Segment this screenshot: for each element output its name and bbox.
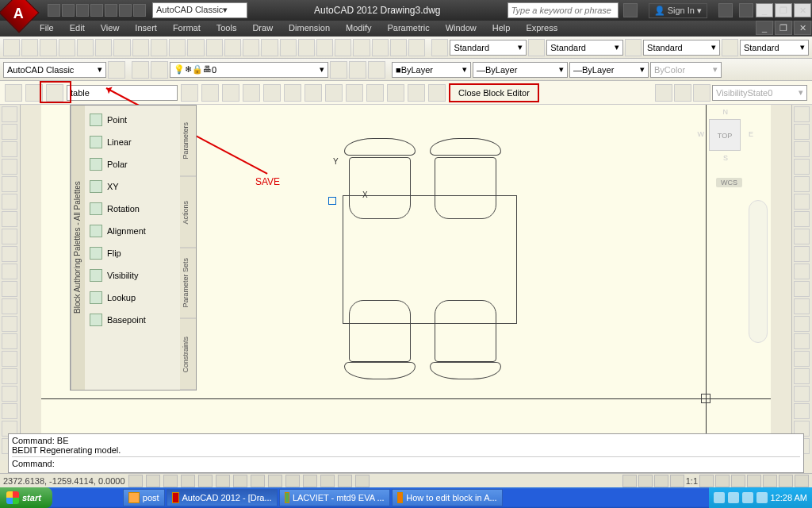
maximize-button[interactable]: ❐: [775, 3, 792, 17]
copy-icon[interactable]: [132, 39, 149, 56]
mirror-icon[interactable]: [794, 141, 810, 157]
quickview-layouts[interactable]: [638, 475, 653, 487]
circle-icon[interactable]: [2, 211, 17, 227]
tab-constraints[interactable]: Constraints: [180, 319, 196, 391]
menu-draw[interactable]: Draw: [244, 21, 281, 37]
menu-insert[interactable]: Insert: [127, 21, 165, 37]
hatch-icon[interactable]: [2, 351, 17, 367]
be-constraintbar-icon[interactable]: [243, 84, 260, 102]
wcs-badge[interactable]: WCS: [716, 178, 742, 187]
clock[interactable]: 12:28 AM: [771, 493, 807, 502]
layermatch-icon[interactable]: [330, 61, 347, 79]
visibility-combo[interactable]: VisibilityState0▾: [712, 85, 807, 101]
vis-mode-icon[interactable]: [655, 84, 672, 102]
drawing-canvas[interactable]: SAVE Block Authoring Palettes - All Pale…: [41, 105, 771, 460]
tab-paramsets[interactable]: Parameter Sets: [180, 248, 196, 319]
plotstyle-combo[interactable]: ByColor▾: [650, 62, 722, 78]
chamfer-icon[interactable]: [794, 333, 810, 349]
signin-button[interactable]: 👤 Sign In ▾: [649, 3, 707, 18]
menu-parametric[interactable]: Parametric: [379, 21, 437, 37]
menu-window[interactable]: Window: [438, 21, 485, 37]
3dosnap-toggle[interactable]: [216, 475, 230, 487]
polygon-icon[interactable]: [2, 159, 17, 175]
qat-save-icon[interactable]: [76, 4, 89, 17]
viewcube-n[interactable]: N: [723, 108, 729, 116]
color-combo[interactable]: ■ ByLayer▾: [392, 62, 471, 78]
ann-scale-icon[interactable]: [670, 475, 684, 487]
sheetset-icon[interactable]: [372, 39, 389, 56]
task-lacviet[interactable]: LACVIET - mtd9 EVA ...: [279, 489, 390, 506]
ql-ie-icon[interactable]: [53, 490, 69, 506]
ortho-toggle[interactable]: [163, 475, 178, 487]
save-icon[interactable]: [40, 39, 56, 56]
designcenter-icon[interactable]: [335, 39, 351, 56]
offset-icon[interactable]: [794, 159, 810, 175]
draworder-icon[interactable]: [794, 386, 810, 402]
tray-icon-4[interactable]: [756, 492, 768, 503]
viewcube[interactable]: TOP: [709, 119, 741, 151]
be-showconstraints-icon[interactable]: [222, 84, 239, 102]
cleanscreen-icon[interactable]: [795, 475, 809, 487]
pal-visibility[interactable]: Visibility: [85, 264, 180, 287]
textstyle-combo[interactable]: Standard▾: [450, 40, 527, 56]
paste-icon[interactable]: [151, 39, 167, 56]
polar-toggle[interactable]: [181, 475, 195, 487]
pal-rotation[interactable]: Rotation: [85, 198, 180, 220]
dimstyle-icon[interactable]: [528, 39, 545, 56]
table-icon[interactable]: [2, 403, 17, 419]
menu-file[interactable]: File: [32, 21, 62, 37]
qat-saveas-icon[interactable]: [90, 4, 103, 17]
ellipse-icon[interactable]: [2, 264, 17, 279]
workspace2-combo[interactable]: AutoCAD Classic▾: [3, 62, 106, 78]
help-icon[interactable]: [739, 3, 753, 17]
layerstates-icon[interactable]: [151, 61, 168, 79]
viewcube-e[interactable]: E: [749, 130, 753, 138]
be-action-icon[interactable]: [325, 84, 343, 102]
be-parameter-icon[interactable]: [304, 84, 322, 102]
copy-obj-icon[interactable]: [794, 124, 810, 140]
viewcube-s[interactable]: S: [723, 154, 728, 162]
arc-icon[interactable]: [2, 194, 17, 210]
task-autocad[interactable]: AutoCAD 2012 - [Dra...: [167, 489, 278, 506]
am-toggle[interactable]: [355, 475, 370, 487]
annotation-scale[interactable]: 1:1: [686, 476, 698, 486]
point-icon[interactable]: [2, 333, 17, 349]
explode-icon[interactable]: [794, 368, 810, 384]
dyn-toggle[interactable]: [268, 475, 282, 487]
model-button[interactable]: [622, 475, 637, 487]
layer-combo[interactable]: 💡❄🔒🖶 0▾: [170, 62, 328, 78]
doc-close-button[interactable]: ✕: [794, 21, 811, 35]
pal-xy[interactable]: XY: [85, 175, 180, 198]
lwt-toggle[interactable]: [285, 475, 300, 487]
be-fx-icon[interactable]: [408, 84, 425, 102]
rectangle-icon[interactable]: [2, 176, 17, 192]
be-saveas-icon[interactable]: [46, 84, 63, 102]
pal-flip[interactable]: Flip: [85, 242, 180, 264]
start-button[interactable]: start: [0, 487, 52, 508]
ws-settings-icon[interactable]: [108, 61, 125, 79]
matchprop-icon[interactable]: [169, 39, 186, 56]
block-icon[interactable]: [2, 316, 17, 332]
grid-toggle[interactable]: [146, 475, 160, 487]
block-authoring-palette[interactable]: Block Authoring Palettes - All Palettes …: [70, 105, 197, 391]
publish-icon[interactable]: [95, 39, 112, 56]
be-paramman-icon[interactable]: [387, 84, 404, 102]
mleaderstyle-icon[interactable]: [722, 39, 738, 56]
pline-icon[interactable]: [2, 141, 17, 157]
toolpalettes-icon[interactable]: [353, 39, 370, 56]
navigation-bar[interactable]: [749, 200, 768, 343]
new-icon[interactable]: [3, 39, 20, 56]
workspace-combo[interactable]: AutoCAD Classic▾: [152, 2, 247, 18]
qat-undo-icon[interactable]: [119, 4, 132, 17]
tablestyle-icon[interactable]: [625, 39, 642, 56]
be-editblock-icon[interactable]: [5, 84, 22, 102]
search-icon[interactable]: [623, 3, 638, 17]
tab-actions[interactable]: Actions: [180, 177, 196, 248]
pal-linear[interactable]: Linear: [85, 131, 180, 153]
preview-icon[interactable]: [77, 39, 94, 56]
tray-icon-1[interactable]: [714, 492, 725, 503]
close-button[interactable]: ✕: [794, 3, 811, 17]
tab-parameters[interactable]: Parameters: [180, 106, 196, 177]
menu-tools[interactable]: Tools: [209, 21, 245, 37]
snap-toggle[interactable]: [128, 475, 143, 487]
